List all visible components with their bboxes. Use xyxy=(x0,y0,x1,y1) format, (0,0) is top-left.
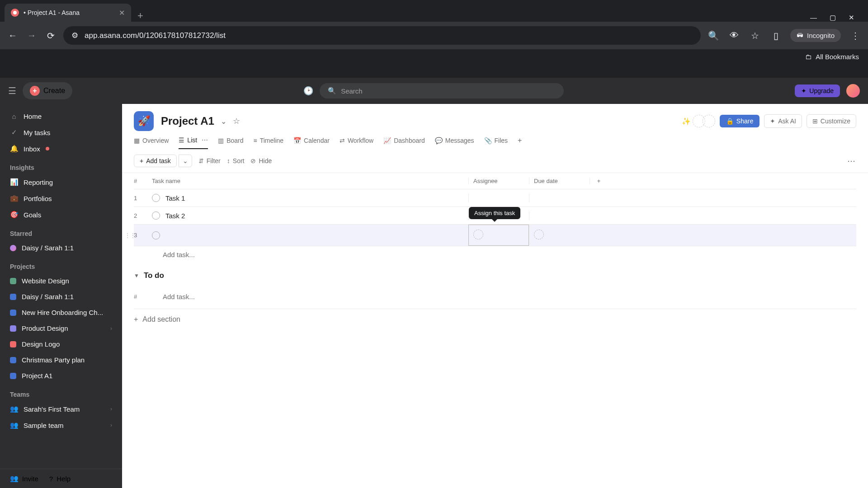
search-input[interactable]: 🔍 Search xyxy=(320,83,564,99)
address-bar[interactable]: ⚙ app.asana.com/0/1206178107812732/list xyxy=(63,26,701,45)
tab-board[interactable]: ▥Board xyxy=(218,136,243,149)
col-name[interactable]: Task name xyxy=(152,178,468,184)
project-title[interactable]: Project A1 xyxy=(161,115,214,127)
help-icon: ? xyxy=(49,475,53,483)
tab-dashboard[interactable]: 📈Dashboard xyxy=(383,136,425,149)
tab-messages[interactable]: 💬Messages xyxy=(435,136,474,149)
browser-tab[interactable]: • Project A1 - Asana ✕ xyxy=(5,4,131,22)
help-button[interactable]: ?Help xyxy=(49,474,71,483)
sort-button[interactable]: ↕Sort xyxy=(227,157,245,164)
eye-off-icon[interactable]: 👁 xyxy=(728,29,741,42)
sidebar-team[interactable]: 👥Sarah's First Team› xyxy=(0,401,122,417)
new-tab-button[interactable]: + xyxy=(131,10,150,22)
all-bookmarks-link[interactable]: All Bookmarks xyxy=(816,53,859,61)
complete-check-icon[interactable] xyxy=(152,211,160,220)
due-cell[interactable] xyxy=(529,225,590,245)
task-row-active[interactable]: ⋮⋮ 3 Assign this task xyxy=(134,225,856,246)
sidebar-project[interactable]: Christmas Party plan xyxy=(0,352,122,368)
sidebar-home[interactable]: ⌂Home xyxy=(0,108,122,124)
add-tab-button[interactable]: + xyxy=(518,136,522,149)
project-color-icon xyxy=(10,310,16,316)
search-icon[interactable]: 🔍 xyxy=(707,29,720,42)
sidebar-project[interactable]: Website Design xyxy=(0,273,122,289)
bookmark-star-icon[interactable]: ☆ xyxy=(749,29,761,42)
sidebar-project[interactable]: Daisy / Sarah 1:1 xyxy=(0,289,122,305)
site-settings-icon[interactable]: ⚙ xyxy=(71,31,78,40)
tab-list[interactable]: ☰List⋯ xyxy=(179,136,208,149)
add-task-button[interactable]: +Add task xyxy=(134,155,177,167)
tab-calendar[interactable]: 📅Calendar xyxy=(293,136,330,149)
forward-icon[interactable]: → xyxy=(25,29,38,42)
add-section-button[interactable]: + Add section xyxy=(134,309,856,330)
sidebar-project[interactable]: New Hire Onboarding Ch... xyxy=(0,305,122,320)
task-row[interactable]: 1 Task 1 xyxy=(134,189,856,207)
sidebar-portfolios[interactable]: 💼Portfolios xyxy=(0,190,122,206)
ask-ai-button[interactable]: ✦Ask AI xyxy=(764,114,802,128)
due-placeholder-icon[interactable] xyxy=(534,230,544,239)
history-icon[interactable]: 🕑 xyxy=(303,86,313,96)
browser-menu-icon[interactable]: ⋮ xyxy=(849,29,862,42)
section-todo[interactable]: ▼ To do xyxy=(134,263,856,285)
side-panel-icon[interactable]: ▯ xyxy=(769,29,782,42)
task-name[interactable]: Task 1 xyxy=(165,194,185,202)
task-name[interactable]: Task 2 xyxy=(165,212,185,220)
invite-button[interactable]: 👥Invite xyxy=(10,474,38,483)
complete-check-icon[interactable] xyxy=(152,231,160,239)
sidebar-goals[interactable]: 🎯Goals xyxy=(0,206,122,223)
reload-icon[interactable]: ⟳ xyxy=(44,29,57,42)
hamburger-icon[interactable]: ☰ xyxy=(8,85,16,96)
close-window-icon[interactable]: ✕ xyxy=(849,14,854,22)
incognito-chip[interactable]: 🕶 Incognito xyxy=(790,29,841,42)
close-tab-icon[interactable]: ✕ xyxy=(119,9,125,17)
upgrade-button[interactable]: ✦ Upgrade xyxy=(795,84,840,97)
add-task-dropdown[interactable]: ⌄ xyxy=(179,155,192,167)
add-task-inline[interactable]: Add task... xyxy=(134,246,856,263)
share-button[interactable]: 🔒Share xyxy=(720,115,760,127)
star-icon[interactable]: ☆ xyxy=(233,116,240,126)
task-num: 2 xyxy=(134,208,152,224)
chevron-right-icon: › xyxy=(110,422,112,428)
assignee-cell[interactable]: Assign this task xyxy=(468,225,529,246)
complete-check-icon[interactable] xyxy=(152,194,160,202)
assignee-cell[interactable] xyxy=(468,193,529,202)
board-icon: ▥ xyxy=(218,137,224,144)
sidebar-label: Inbox xyxy=(24,145,40,153)
tab-files[interactable]: 📎Files xyxy=(484,136,508,149)
tab-workflow[interactable]: ⇄Workflow xyxy=(340,136,373,149)
sidebar-my-tasks[interactable]: ✓My tasks xyxy=(0,124,122,141)
empty-avatars[interactable] xyxy=(695,115,715,127)
toolbar-more-icon[interactable]: ⋯ xyxy=(847,156,856,166)
due-cell[interactable] xyxy=(529,211,590,220)
team-icon: 👥 xyxy=(10,421,18,429)
minimize-icon[interactable]: ― xyxy=(810,14,817,22)
due-cell[interactable] xyxy=(529,193,590,202)
create-button[interactable]: + Create xyxy=(23,82,72,99)
user-avatar[interactable] xyxy=(846,84,860,98)
home-icon: ⌂ xyxy=(10,113,18,120)
tab-more-icon[interactable]: ⋯ xyxy=(202,136,208,144)
ai-sparkle-icon[interactable]: ✨ xyxy=(682,117,691,126)
filter-button[interactable]: ⇵Filter xyxy=(198,157,221,164)
col-assignee[interactable]: Assignee xyxy=(468,178,529,184)
hide-button[interactable]: ⊘Hide xyxy=(250,157,272,164)
sidebar-starred-item[interactable]: Daisy / Sarah 1:1 xyxy=(0,240,122,256)
add-task-inline[interactable]: Add task... xyxy=(152,288,195,305)
sidebar-reporting[interactable]: 📊Reporting xyxy=(0,174,122,190)
sidebar-project[interactable]: Product Design› xyxy=(0,320,122,336)
sidebar-inbox[interactable]: 🔔Inbox xyxy=(0,141,122,157)
sidebar-project[interactable]: Design Logo xyxy=(0,336,122,352)
add-column-button[interactable]: + xyxy=(590,178,608,184)
drag-handle-icon[interactable]: ⋮⋮ xyxy=(125,232,136,239)
sidebar-label: Sample team xyxy=(24,422,63,429)
maximize-icon[interactable]: ▢ xyxy=(830,14,836,22)
sidebar-team[interactable]: 👥Sample team› xyxy=(0,417,122,433)
back-icon[interactable]: ← xyxy=(6,29,19,42)
tab-overview[interactable]: ▦Overview xyxy=(134,136,169,149)
tab-timeline[interactable]: ≡Timeline xyxy=(254,136,284,149)
customize-button[interactable]: ⊞Customize xyxy=(807,114,856,128)
col-due[interactable]: Due date xyxy=(529,178,590,184)
project-menu-chevron[interactable]: ⌄ xyxy=(221,117,226,126)
assign-placeholder-icon[interactable] xyxy=(473,230,483,239)
chevron-down-icon[interactable]: ▼ xyxy=(134,272,139,279)
sidebar-project[interactable]: Project A1 xyxy=(0,368,122,384)
